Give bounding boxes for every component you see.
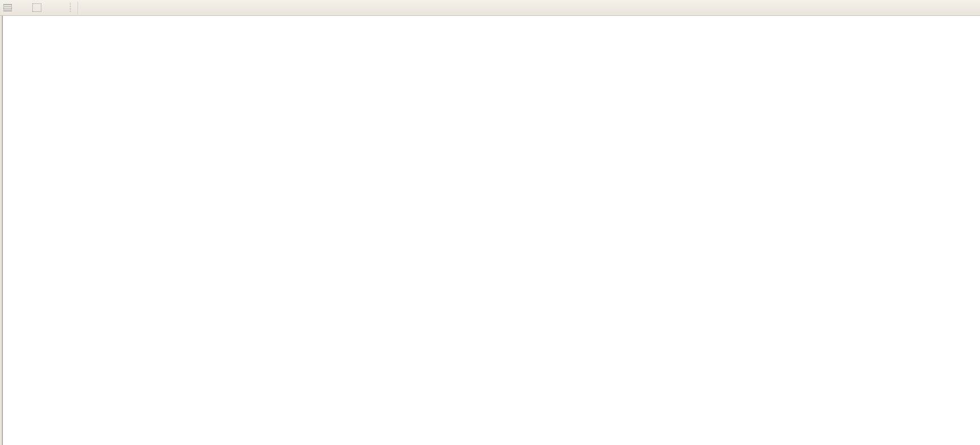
mt4-window: { "toolbar": { "tools": [ {"id":"grid-cu… xyxy=(0,0,980,445)
font-tool-button[interactable] xyxy=(15,2,29,14)
toolbar-drag-handle[interactable] xyxy=(69,3,72,13)
text-label-tool-button[interactable] xyxy=(30,2,44,14)
window-left-frame xyxy=(0,15,3,445)
price-chart-canvas[interactable] xyxy=(0,0,980,445)
cycle-tool-button[interactable] xyxy=(45,2,64,14)
toolbar xyxy=(0,0,980,16)
grid-icon xyxy=(3,4,12,11)
crosshair-grid-icon[interactable] xyxy=(1,2,14,14)
text-t-icon xyxy=(32,3,41,12)
toolbar-separator xyxy=(78,2,78,14)
